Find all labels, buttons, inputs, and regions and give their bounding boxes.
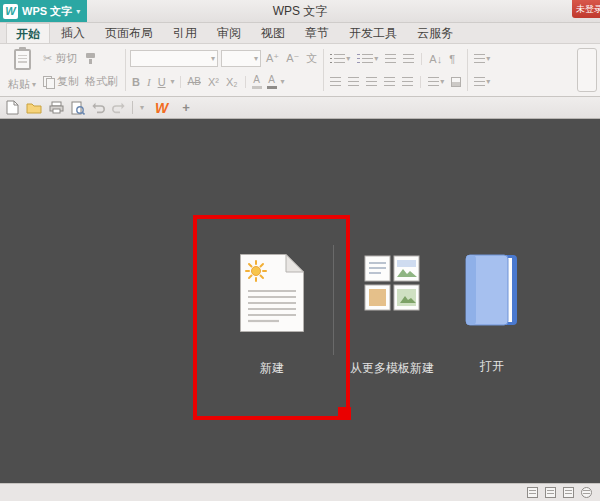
phonetic-guide-button[interactable]: 文 bbox=[304, 51, 319, 66]
align-left-icon bbox=[330, 77, 341, 86]
ribbon-tabbar: 开始 插入 页面布局 引用 审阅 视图 章节 开发工具 云服务 bbox=[0, 23, 600, 44]
justify-button[interactable] bbox=[382, 77, 397, 86]
statusbar bbox=[0, 483, 600, 501]
paste-clipboard-icon bbox=[14, 49, 31, 70]
format-painter-button[interactable]: 格式刷 bbox=[82, 73, 121, 91]
open-quick-button[interactable] bbox=[26, 101, 42, 114]
open-document-button[interactable]: 打开 bbox=[432, 253, 552, 375]
new-document-button[interactable]: 新建 bbox=[212, 253, 332, 377]
chevron-down-icon: ▾ bbox=[346, 54, 350, 63]
align-center-icon bbox=[348, 77, 359, 86]
wps-logo-icon: W bbox=[3, 4, 18, 19]
format-painter-icon-button[interactable] bbox=[82, 50, 121, 68]
new-document-quick-button[interactable] bbox=[6, 100, 19, 115]
shading-button[interactable] bbox=[449, 77, 463, 87]
superscript-button[interactable]: X² bbox=[206, 76, 221, 88]
mini-separator bbox=[420, 76, 421, 88]
undo-icon bbox=[92, 102, 105, 114]
font-name-combobox[interactable]: ▾ bbox=[130, 50, 218, 67]
print-layout-view-icon[interactable] bbox=[527, 487, 538, 498]
login-button[interactable]: 未登录 bbox=[572, 0, 600, 18]
new-document-label: 新建 bbox=[212, 360, 332, 377]
quickbar-separator bbox=[132, 101, 133, 114]
chevron-down-icon: ▾ bbox=[171, 77, 175, 86]
align-center-button[interactable] bbox=[346, 77, 361, 86]
customize-quickbar-button[interactable]: ▾ bbox=[140, 103, 144, 112]
open-folder-icon bbox=[26, 101, 42, 114]
wps-writer-window: W WPS 文字 ▾ WPS 文字 未登录 开始 插入 页面布局 引用 审阅 视… bbox=[0, 0, 600, 501]
cut-label: 剪切 bbox=[55, 51, 77, 66]
numbering-button[interactable]: ▾ bbox=[355, 54, 380, 63]
subscript-button[interactable]: X₂ bbox=[224, 76, 240, 88]
mini-separator bbox=[421, 53, 422, 65]
decrease-indent-button[interactable] bbox=[383, 54, 398, 63]
line-spacing-icon bbox=[428, 77, 439, 86]
wps-menu-button[interactable]: W WPS 文字 ▾ bbox=[0, 0, 87, 22]
paste-button[interactable]: 粘贴 ▾ bbox=[4, 47, 40, 93]
web-layout-view-icon[interactable] bbox=[545, 487, 556, 498]
sort-button[interactable]: A↓ bbox=[427, 53, 444, 65]
tab-section[interactable]: 章节 bbox=[296, 23, 338, 43]
align-right-button[interactable] bbox=[364, 77, 379, 86]
outline-view-icon[interactable] bbox=[563, 487, 574, 498]
window-title: WPS 文字 bbox=[0, 0, 600, 22]
wps-home-tab[interactable]: W bbox=[151, 100, 172, 116]
tab-review[interactable]: 审阅 bbox=[208, 23, 250, 43]
align-left-button[interactable] bbox=[328, 77, 343, 86]
bullets-button[interactable]: ▾ bbox=[328, 54, 352, 63]
copy-button[interactable]: 复制 bbox=[40, 73, 82, 91]
tab-insert[interactable]: 插入 bbox=[52, 23, 94, 43]
cut-button[interactable]: ✂ 剪切 bbox=[40, 50, 82, 68]
strikethrough-button[interactable]: AB bbox=[186, 76, 203, 87]
chevron-down-icon: ▾ bbox=[374, 54, 378, 63]
highlight-color-swatch bbox=[252, 86, 262, 89]
ribbon-separator bbox=[467, 49, 468, 91]
highlight-label: A bbox=[253, 75, 260, 85]
text-tools-button[interactable]: ▾ bbox=[472, 54, 492, 63]
blue-folder-icon bbox=[465, 253, 519, 327]
paragraph-group: ▾ ▾ A↓ ¶ bbox=[328, 47, 463, 93]
styles-button[interactable]: ▾ bbox=[472, 77, 492, 86]
scissors-icon: ✂ bbox=[43, 52, 52, 65]
tab-page-layout[interactable]: 页面布局 bbox=[96, 23, 162, 43]
clipboard-group: 粘贴 ▾ ✂ 剪切 复制 格式刷 bbox=[4, 47, 121, 93]
font-color-button[interactable]: A bbox=[266, 75, 278, 89]
ribbon: 粘贴 ▾ ✂ 剪切 复制 格式刷 bbox=[0, 44, 600, 97]
show-marks-button[interactable]: ¶ bbox=[447, 53, 457, 65]
font-size-combobox[interactable]: ▾ bbox=[221, 50, 261, 67]
list-lines-icon bbox=[362, 54, 373, 63]
distribute-button[interactable] bbox=[400, 77, 415, 86]
chevron-down-icon: ▾ bbox=[211, 54, 215, 63]
bold-button[interactable]: B bbox=[130, 76, 142, 88]
tab-home[interactable]: 开始 bbox=[6, 23, 50, 43]
print-button[interactable] bbox=[49, 101, 64, 114]
list-lines-icon bbox=[334, 54, 345, 63]
mini-separator bbox=[180, 76, 181, 88]
underline-button[interactable]: U bbox=[156, 76, 168, 88]
increase-indent-button[interactable] bbox=[401, 54, 416, 63]
format-painter-label: 格式刷 bbox=[85, 74, 118, 89]
tab-developer[interactable]: 开发工具 bbox=[340, 23, 406, 43]
highlight-color-button[interactable]: A bbox=[251, 75, 263, 89]
tab-view[interactable]: 视图 bbox=[252, 23, 294, 43]
copy-label: 复制 bbox=[57, 74, 79, 89]
open-document-label: 打开 bbox=[432, 358, 552, 375]
tab-references[interactable]: 引用 bbox=[164, 23, 206, 43]
paste-label: 粘贴 bbox=[8, 77, 30, 92]
templates-grid-icon bbox=[364, 255, 420, 311]
zoom-icon[interactable] bbox=[581, 487, 592, 498]
redo-button[interactable] bbox=[112, 102, 125, 114]
italic-button[interactable]: I bbox=[145, 76, 153, 88]
print-preview-button[interactable] bbox=[71, 101, 85, 115]
new-tab-button[interactable]: + bbox=[179, 100, 193, 115]
distribute-icon bbox=[402, 77, 413, 86]
grow-font-button[interactable]: A⁺ bbox=[264, 52, 281, 65]
tab-cloud[interactable]: 云服务 bbox=[408, 23, 462, 43]
styles-icon bbox=[474, 77, 485, 86]
font-group: ▾ ▾ A⁺ A⁻ 文 B I U ▾ AB X² bbox=[130, 47, 319, 93]
task-pane-toggle[interactable] bbox=[577, 48, 597, 92]
line-spacing-button[interactable]: ▾ bbox=[426, 77, 446, 86]
wps-menu-label: WPS 文字 bbox=[22, 4, 72, 19]
shrink-font-button[interactable]: A⁻ bbox=[284, 52, 301, 65]
undo-button[interactable] bbox=[92, 102, 105, 114]
